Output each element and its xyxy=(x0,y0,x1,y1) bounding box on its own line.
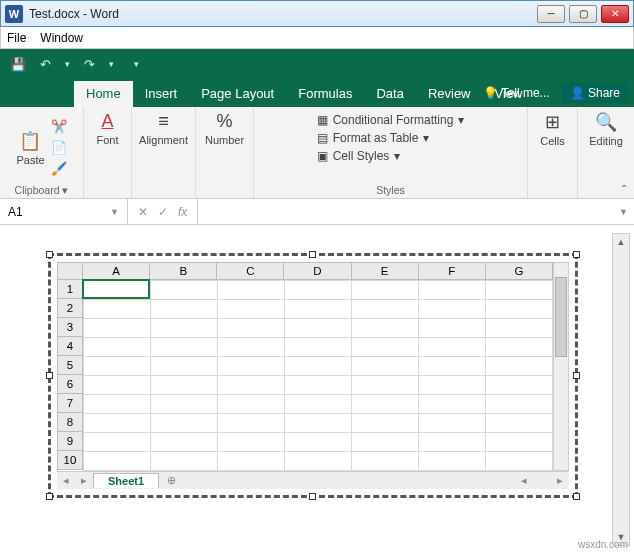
row-header[interactable]: 6 xyxy=(57,375,83,394)
cut-icon[interactable]: ✂️ xyxy=(51,119,67,134)
formula-input[interactable]: ▼ xyxy=(197,199,634,224)
find-icon: 🔍 xyxy=(595,111,617,133)
row-header[interactable]: 2 xyxy=(57,299,83,318)
select-all-corner[interactable] xyxy=(57,262,83,280)
table-icon: ▤ xyxy=(317,131,328,145)
row-header[interactable]: 7 xyxy=(57,394,83,413)
resize-handle[interactable] xyxy=(46,251,53,258)
collapse-ribbon-icon[interactable]: ⌃ xyxy=(620,183,628,194)
clipboard-group-label: Clipboard ▾ xyxy=(15,184,69,196)
resize-handle[interactable] xyxy=(309,493,316,500)
document-canvas: ▲ ▼ A B C D E F G 1 2 3 xyxy=(0,225,634,554)
formula-enter-icon[interactable]: ✓ xyxy=(158,205,168,219)
menu-bar: File Window xyxy=(0,27,634,49)
cell-styles-button[interactable]: ▣Cell Styles ▾ xyxy=(317,149,401,163)
alignment-icon: ≡ xyxy=(158,111,169,132)
tab-home[interactable]: Home xyxy=(74,81,133,107)
row-header[interactable]: 1 xyxy=(57,280,83,299)
name-box-dropdown-icon[interactable]: ▼ xyxy=(110,207,119,217)
copy-icon[interactable]: 📄 xyxy=(51,140,67,155)
undo-dropdown-icon[interactable]: ▾ xyxy=(65,59,70,69)
tab-nav-next-icon[interactable]: ▸ xyxy=(75,474,93,487)
sheet-horizontal-scrollbar[interactable]: ◂▸ xyxy=(184,474,569,487)
qat-customize-icon[interactable]: ▾ xyxy=(134,59,139,69)
document-scrollbar[interactable]: ▲ ▼ xyxy=(612,233,630,546)
name-box[interactable]: A1 ▼ xyxy=(0,199,128,224)
row-header[interactable]: 9 xyxy=(57,432,83,451)
resize-handle[interactable] xyxy=(573,493,580,500)
tab-nav-prev-icon[interactable]: ◂ xyxy=(57,474,75,487)
tab-insert[interactable]: Insert xyxy=(133,81,190,107)
undo-icon[interactable]: ↶ xyxy=(40,57,51,72)
sheet-vertical-scrollbar[interactable] xyxy=(553,262,569,471)
sheet-tab-bar: ◂ ▸ Sheet1 ⊕ ◂▸ xyxy=(57,471,569,489)
conditional-formatting-button[interactable]: ▦Conditional Formatting ▾ xyxy=(317,113,465,127)
cell-grid[interactable] xyxy=(83,280,553,471)
number-label: Number xyxy=(205,134,244,146)
group-font: A Font xyxy=(84,107,132,198)
ribbon: 📋 Paste ✂️ 📄 🖌️ Clipboard ▾ A Font ≡ Ali… xyxy=(0,107,634,199)
col-header[interactable]: C xyxy=(217,262,284,280)
tab-data[interactable]: Data xyxy=(364,81,415,107)
col-header[interactable]: G xyxy=(486,262,553,280)
word-app-icon: W xyxy=(5,5,23,23)
tab-formulas[interactable]: Formulas xyxy=(286,81,364,107)
paste-button[interactable]: 📋 Paste xyxy=(16,130,44,166)
new-sheet-icon[interactable]: ⊕ xyxy=(159,474,184,487)
alignment-button[interactable]: ≡ Alignment xyxy=(139,111,188,146)
row-header[interactable]: 3 xyxy=(57,318,83,337)
embedded-excel-object[interactable]: A B C D E F G 1 2 3 4 5 6 7 8 9 10 xyxy=(48,253,578,498)
cond-format-icon: ▦ xyxy=(317,113,328,127)
insert-function-icon[interactable]: fx xyxy=(178,205,187,219)
tell-me-search[interactable]: 💡 Tell me... xyxy=(483,86,549,100)
format-painter-icon[interactable]: 🖌️ xyxy=(51,161,67,176)
formula-cancel-icon[interactable]: ✕ xyxy=(138,205,148,219)
cell-styles-icon: ▣ xyxy=(317,149,328,163)
font-button[interactable]: A Font xyxy=(96,111,118,146)
group-clipboard: 📋 Paste ✂️ 📄 🖌️ Clipboard ▾ xyxy=(0,107,84,198)
save-icon[interactable]: 💾 xyxy=(10,57,26,72)
quick-access-toolbar: 💾 ↶ ▾ ↷ ▾ ▾ xyxy=(0,49,634,79)
col-header[interactable]: E xyxy=(352,262,419,280)
scroll-up-icon[interactable]: ▲ xyxy=(613,234,629,250)
close-button[interactable]: ✕ xyxy=(601,5,629,23)
share-button[interactable]: 👤 Share xyxy=(562,83,628,103)
col-header[interactable]: B xyxy=(150,262,217,280)
row-header[interactable]: 4 xyxy=(57,337,83,356)
minimize-button[interactable]: ─ xyxy=(537,5,565,23)
tab-page-layout[interactable]: Page Layout xyxy=(189,81,286,107)
col-header[interactable]: F xyxy=(419,262,486,280)
worksheet: A B C D E F G 1 2 3 4 5 6 7 8 9 10 xyxy=(57,262,569,489)
row-headers: 1 2 3 4 5 6 7 8 9 10 xyxy=(57,280,83,471)
col-header[interactable]: A xyxy=(83,262,150,280)
editing-button[interactable]: 🔍 Editing xyxy=(589,111,623,147)
watermark: wsxdn.com xyxy=(578,539,628,550)
resize-handle[interactable] xyxy=(309,251,316,258)
styles-group-label: Styles xyxy=(376,184,405,196)
resize-handle[interactable] xyxy=(573,251,580,258)
col-header[interactable]: D xyxy=(284,262,351,280)
number-button[interactable]: % Number xyxy=(205,111,244,146)
menu-file[interactable]: File xyxy=(7,31,26,45)
font-icon: A xyxy=(101,111,113,132)
menu-window[interactable]: Window xyxy=(40,31,83,45)
maximize-button[interactable]: ▢ xyxy=(569,5,597,23)
percent-icon: % xyxy=(216,111,232,132)
cells-icon: ⊞ xyxy=(545,111,560,133)
row-header[interactable]: 8 xyxy=(57,413,83,432)
title-bar: W Test.docx - Word ─ ▢ ✕ xyxy=(0,0,634,27)
row-header[interactable]: 10 xyxy=(57,451,83,470)
resize-handle[interactable] xyxy=(46,372,53,379)
expand-formula-bar-icon[interactable]: ▼ xyxy=(619,207,628,217)
resize-handle[interactable] xyxy=(573,372,580,379)
format-as-table-button[interactable]: ▤Format as Table ▾ xyxy=(317,131,430,145)
redo-dropdown-icon[interactable]: ▾ xyxy=(109,59,114,69)
ribbon-tabs: Home Insert Page Layout Formulas Data Re… xyxy=(0,79,634,107)
cells-button[interactable]: ⊞ Cells xyxy=(540,111,564,147)
sheet-tab[interactable]: Sheet1 xyxy=(93,473,159,488)
redo-icon[interactable]: ↷ xyxy=(84,57,95,72)
resize-handle[interactable] xyxy=(46,493,53,500)
editing-label: Editing xyxy=(589,135,623,147)
tab-review[interactable]: Review xyxy=(416,81,483,107)
row-header[interactable]: 5 xyxy=(57,356,83,375)
